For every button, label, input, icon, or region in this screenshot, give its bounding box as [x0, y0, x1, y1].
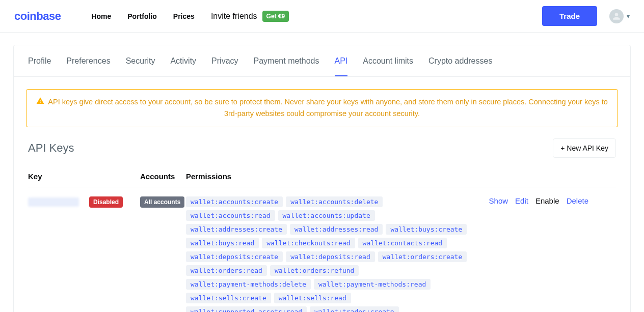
- nav-portfolio[interactable]: Portfolio: [127, 12, 157, 20]
- tab-security[interactable]: Security: [126, 46, 155, 76]
- topbar: coinbase Home Portfolio Prices Invite fr…: [0, 0, 644, 33]
- delete-link[interactable]: Delete: [567, 196, 588, 205]
- trade-button[interactable]: Trade: [542, 6, 597, 26]
- tab-activity[interactable]: Activity: [170, 46, 196, 76]
- api-key-obscured: [28, 197, 79, 207]
- permissions-cell: wallet:accounts:createwallet:accounts:de…: [186, 196, 471, 313]
- new-api-key-button[interactable]: + New API Key: [553, 138, 616, 158]
- main-nav: Home Portfolio Prices Invite friends Get…: [91, 11, 289, 22]
- brand-logo[interactable]: coinbase: [14, 10, 61, 23]
- account-menu[interactable]: ▾: [609, 9, 630, 23]
- show-link[interactable]: Show: [489, 196, 508, 205]
- actions-cell: Show Edit Enable Delete: [471, 196, 588, 205]
- nav-prices[interactable]: Prices: [173, 12, 195, 20]
- get-reward-badge: Get €9: [262, 11, 289, 22]
- permission-tag: wallet:accounts:delete: [286, 196, 383, 207]
- permission-tag: wallet:payment-methods:read: [314, 279, 431, 290]
- accounts-badge: All accounts: [140, 196, 184, 208]
- chevron-down-icon: ▾: [627, 13, 630, 20]
- permission-tag: wallet:orders:create: [378, 251, 467, 262]
- permission-tag: wallet:checkouts:read: [262, 238, 355, 248]
- nav-invite-label: Invite friends: [211, 12, 257, 21]
- table-row: Disabled All accounts wallet:accounts:cr…: [28, 187, 616, 313]
- tab-account-limits[interactable]: Account limits: [363, 46, 413, 76]
- nav-home[interactable]: Home: [91, 12, 111, 20]
- accounts-cell: All accounts: [140, 196, 186, 208]
- permission-tag: wallet:payment-methods:delete: [186, 279, 311, 290]
- alert-text: API keys give direct access to your acco…: [48, 98, 608, 118]
- api-warning-alert: API keys give direct access to your acco…: [26, 89, 618, 127]
- permission-tag: wallet:deposits:create: [186, 251, 283, 262]
- tab-payment-methods[interactable]: Payment methods: [254, 46, 319, 76]
- permission-tag: wallet:trades:create: [310, 306, 399, 313]
- edit-link[interactable]: Edit: [515, 196, 528, 205]
- key-cell: Disabled: [28, 196, 140, 208]
- permission-tag: wallet:supported-assets:read: [186, 306, 307, 313]
- col-accounts: Accounts: [140, 172, 186, 181]
- permission-tag: wallet:buys:read: [186, 238, 259, 248]
- permission-tag: wallet:accounts:read: [186, 210, 275, 221]
- permission-tag: wallet:addresses:create: [186, 224, 287, 235]
- settings-tabs: Profile Preferences Security Activity Pr…: [14, 45, 630, 77]
- permission-tag: wallet:accounts:create: [186, 196, 283, 207]
- permission-tag: wallet:sells:create: [186, 293, 271, 303]
- table-header: Key Accounts Permissions: [28, 163, 616, 187]
- tab-profile[interactable]: Profile: [28, 46, 51, 76]
- col-key: Key: [28, 172, 140, 181]
- col-actions: [471, 172, 588, 181]
- settings-card: Profile Preferences Security Activity Pr…: [13, 45, 631, 312]
- permission-tag: wallet:addresses:read: [290, 224, 383, 235]
- permission-tag: wallet:accounts:update: [278, 210, 375, 221]
- page-title: API Keys: [28, 141, 74, 155]
- permission-tag: wallet:deposits:read: [286, 251, 375, 262]
- col-permissions: Permissions: [186, 172, 471, 181]
- permission-tag: wallet:orders:read: [186, 265, 267, 276]
- tab-privacy[interactable]: Privacy: [211, 46, 238, 76]
- nav-invite-friends[interactable]: Invite friends Get €9: [211, 11, 289, 22]
- tab-crypto-addresses[interactable]: Crypto addresses: [428, 46, 492, 76]
- permission-tag: wallet:sells:read: [274, 293, 351, 303]
- permission-tag: wallet:buys:create: [386, 224, 467, 235]
- avatar-icon: [609, 9, 624, 23]
- permission-tag: wallet:orders:refund: [270, 265, 359, 276]
- permission-tag: wallet:contacts:read: [358, 238, 447, 248]
- section-header: API Keys + New API Key: [14, 127, 630, 163]
- enable-link[interactable]: Enable: [535, 196, 559, 205]
- tab-api[interactable]: API: [335, 46, 348, 76]
- status-badge: Disabled: [89, 196, 123, 208]
- api-keys-table: Key Accounts Permissions Disabled All ac…: [14, 163, 630, 313]
- warning-icon: [36, 97, 44, 108]
- tab-preferences[interactable]: Preferences: [66, 46, 110, 76]
